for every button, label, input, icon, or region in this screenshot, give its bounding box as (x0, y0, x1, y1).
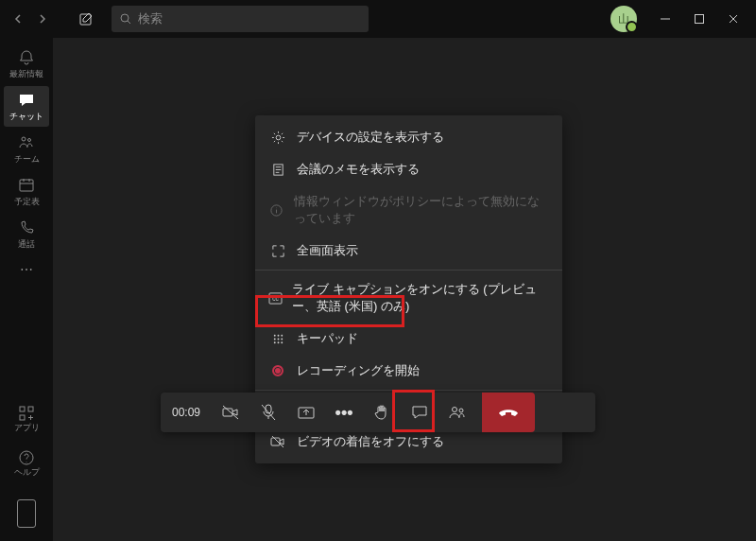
gear-icon (268, 131, 287, 145)
sidebar-item-teams[interactable]: チーム (4, 129, 49, 169)
search-placeholder: 検索 (138, 10, 163, 27)
nav-forward-button[interactable] (30, 7, 55, 31)
menu-item-label: キーパッド (297, 330, 358, 347)
window-minimize-button[interactable] (648, 6, 682, 32)
sidebar-item-calls[interactable]: 通話 (4, 214, 49, 254)
avatar-initials: 山 (618, 11, 629, 27)
search-icon (119, 12, 132, 26)
svg-point-1 (121, 14, 129, 22)
sidebar-item-label: 予定表 (14, 196, 40, 208)
call-control-bar: 00:09 ••• (161, 393, 595, 432)
sidebar-item-calendar[interactable]: 予定表 (4, 171, 49, 212)
video-off-icon (268, 435, 287, 448)
menu-item-label: ビデオの着信をオフにする (297, 433, 444, 450)
svg-point-19 (277, 338, 279, 340)
menu-item-device-settings[interactable]: デバイスの設定を表示する (255, 121, 562, 153)
more-actions-button[interactable]: ••• (325, 393, 363, 432)
svg-point-28 (453, 408, 457, 412)
svg-rect-7 (28, 407, 33, 411)
fullscreen-icon (268, 244, 287, 258)
menu-item-label: 情報ウィンドウがポリシーによって無効になっています (294, 193, 549, 227)
call-timer: 00:09 (161, 406, 212, 419)
menu-item-fullscreen[interactable]: 全画面表示 (255, 235, 562, 267)
nav-back-button[interactable] (6, 7, 30, 31)
avatar[interactable]: 山 (610, 6, 637, 32)
svg-rect-0 (80, 14, 91, 25)
menu-item-keypad[interactable]: キーパッド (255, 323, 562, 355)
svg-point-10 (276, 135, 281, 140)
sidebar-item-label: チャット (9, 111, 43, 123)
raise-hand-button[interactable] (363, 393, 401, 432)
svg-point-18 (273, 338, 275, 340)
keypad-icon (268, 332, 287, 346)
camera-toggle-button[interactable] (212, 393, 249, 432)
sidebar-more-button[interactable]: ⋯ (20, 262, 33, 277)
share-screen-button[interactable] (287, 393, 325, 432)
svg-rect-2 (696, 15, 704, 24)
sidebar-item-apps[interactable]: アプリ (4, 397, 49, 442)
menu-item-label: 会議のメモを表示する (297, 161, 420, 178)
menu-item-start-recording[interactable]: レコーディングを開始 (255, 355, 562, 387)
sidebar-item-label: ヘルプ (14, 466, 40, 479)
menu-separator (255, 270, 562, 270)
menu-item-label: 全画面表示 (297, 242, 358, 259)
svg-point-20 (281, 338, 283, 340)
mic-toggle-button[interactable] (249, 393, 287, 432)
sidebar-item-label: チーム (14, 153, 40, 166)
svg-text:cc: cc (272, 295, 279, 302)
window-maximize-button[interactable] (682, 6, 716, 32)
mobile-icon (17, 499, 36, 528)
sidebar: 最新情報 チャット チーム 予定表 通話 ⋯ アプリ ヘルプ (0, 38, 53, 541)
svg-rect-5 (20, 180, 33, 191)
sidebar-item-help[interactable]: ヘルプ (4, 442, 49, 486)
sidebar-item-chat[interactable]: チャット (4, 86, 49, 127)
chat-button[interactable] (401, 393, 438, 432)
participants-button[interactable] (438, 393, 476, 432)
menu-item-label: ライブ キャプションをオンにする (プレビュー、英語 (米国) のみ) (292, 281, 549, 315)
svg-point-4 (28, 139, 31, 142)
sidebar-item-label: アプリ (14, 422, 40, 434)
notes-icon (268, 163, 287, 177)
sidebar-item-activity[interactable]: 最新情報 (4, 44, 49, 84)
menu-item-label: デバイスの設定を表示する (297, 129, 444, 146)
search-input[interactable]: 検索 (112, 6, 369, 32)
compose-button[interactable] (74, 7, 98, 31)
record-icon (268, 365, 287, 376)
cc-icon: cc (268, 292, 283, 305)
svg-point-3 (22, 137, 26, 141)
svg-rect-8 (20, 415, 25, 420)
window-close-button[interactable] (716, 6, 750, 32)
svg-point-17 (281, 334, 283, 336)
svg-point-21 (273, 341, 275, 343)
svg-point-16 (277, 334, 279, 336)
menu-item-info-disabled: 情報ウィンドウがポリシーによって無効になっています (255, 185, 562, 235)
svg-point-15 (273, 334, 275, 336)
svg-point-29 (459, 409, 463, 412)
svg-point-22 (277, 341, 279, 343)
svg-point-23 (281, 341, 283, 343)
menu-item-live-captions[interactable]: cc ライブ キャプションをオンにする (プレビュー、英語 (米国) のみ) (255, 273, 562, 323)
hangup-button[interactable] (482, 393, 535, 432)
sidebar-item-mobile[interactable] (4, 486, 49, 541)
menu-item-label: レコーディングを開始 (297, 362, 420, 379)
menu-separator (255, 390, 562, 391)
svg-rect-6 (20, 407, 25, 411)
sidebar-item-label: 通話 (18, 238, 35, 251)
menu-item-meeting-notes[interactable]: 会議のメモを表示する (255, 153, 562, 185)
sidebar-item-label: 最新情報 (9, 68, 43, 80)
info-icon (268, 203, 284, 218)
